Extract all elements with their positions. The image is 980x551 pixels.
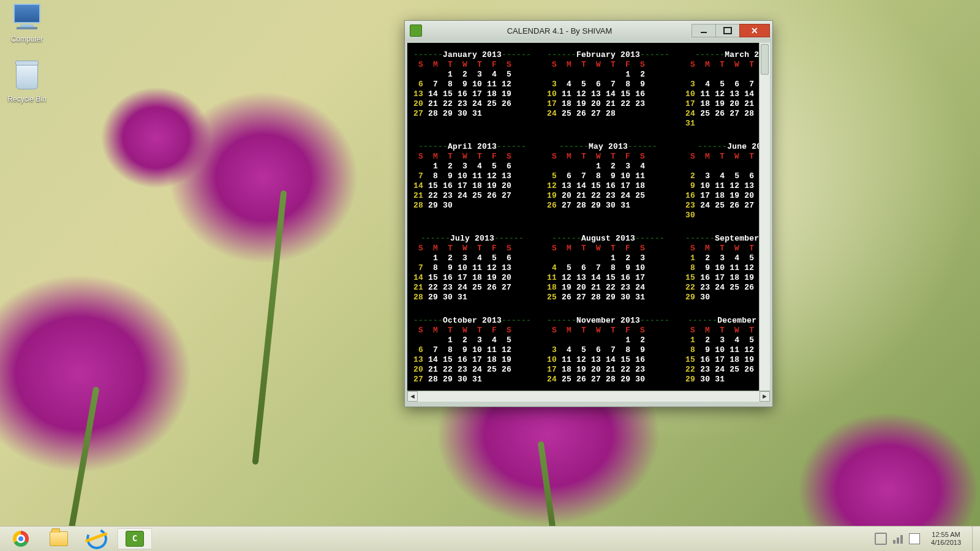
scroll-right-button[interactable]: ► bbox=[760, 391, 770, 402]
month-day-headers: S M T W T F S bbox=[547, 60, 669, 70]
desktop-icon-recycle-bin[interactable]: Recycle Bin bbox=[4, 61, 50, 103]
month-day-headers: S M T W T F S bbox=[413, 60, 531, 70]
month-block: ------June 2013------ S M T W T F S 1 2 … bbox=[685, 142, 770, 220]
taskbar-app-ie[interactable] bbox=[80, 528, 114, 549]
vertical-scrollbar[interactable] bbox=[759, 43, 770, 391]
desktop-icon-computer[interactable]: Computer bbox=[4, 4, 50, 43]
month-day-headers: S M T W T F S bbox=[413, 244, 531, 253]
window-titlebar[interactable]: CALENDAR 4.1 - By SHIVAM ✕ bbox=[405, 21, 772, 40]
month-block: ------April 2013------ S M T W T F S 1 2… bbox=[413, 142, 531, 220]
month-block: ------March 2013------ S M T W T F S 1 2… bbox=[685, 50, 770, 129]
month-day-headers: S M T W T F S bbox=[685, 152, 770, 162]
window-title: CALENDAR 4.1 - By SHIVAM bbox=[427, 26, 692, 36]
month-title: ------September 2013------ bbox=[685, 234, 770, 244]
explorer-icon bbox=[50, 531, 68, 546]
month-title: ------August 2013------ bbox=[547, 234, 669, 244]
month-block: ------January 2013------ S M T W T F S 1… bbox=[413, 50, 531, 129]
tray-updates-icon[interactable] bbox=[875, 533, 887, 545]
calendar-window: CALENDAR 4.1 - By SHIVAM ✕ ------January… bbox=[404, 20, 773, 407]
app-icon bbox=[410, 24, 422, 37]
desktop-icon-label: Recycle Bin bbox=[4, 95, 50, 103]
month-title: ------May 2013------ bbox=[547, 142, 669, 152]
month-day-headers: S M T W T F S bbox=[685, 244, 770, 253]
clock-time: 12:55 AM bbox=[931, 531, 961, 539]
month-day-headers: S M T W T F S bbox=[413, 326, 531, 335]
scroll-left-button[interactable]: ◄ bbox=[407, 391, 418, 402]
month-title: ------July 2013------ bbox=[413, 234, 531, 244]
month-day-headers: S M T W T F S bbox=[547, 326, 669, 335]
show-desktop-button[interactable] bbox=[972, 527, 978, 551]
month-block: ------October 2013------ S M T W T F S 1… bbox=[413, 316, 531, 384]
console-output[interactable]: ------January 2013------ S M T W T F S 1… bbox=[407, 43, 770, 391]
month-title: ------February 2013------ bbox=[547, 50, 669, 60]
month-title: ------October 2013------ bbox=[413, 316, 531, 326]
horizontal-scrollbar[interactable]: ◄ ► bbox=[407, 391, 770, 402]
tray-flag-icon[interactable] bbox=[909, 533, 920, 544]
chrome-icon bbox=[13, 531, 29, 547]
month-block: ------November 2013------ S M T W T F S … bbox=[547, 316, 669, 384]
month-title: ------November 2013------ bbox=[547, 316, 669, 326]
taskbar-app-calendar[interactable]: C bbox=[118, 528, 152, 549]
month-day-headers: S M T W T F S bbox=[547, 244, 669, 253]
taskbar-app-chrome[interactable] bbox=[4, 528, 38, 549]
tray-network-icon[interactable] bbox=[893, 534, 903, 544]
close-button[interactable]: ✕ bbox=[739, 24, 770, 37]
ie-icon bbox=[83, 525, 110, 551]
month-block: ------August 2013------ S M T W T F S 1 … bbox=[547, 234, 669, 302]
month-title: ------June 2013------ bbox=[685, 142, 770, 152]
month-day-headers: S M T W T F S bbox=[685, 326, 770, 335]
month-block: ------December 2013------ S M T W T F S … bbox=[685, 316, 770, 384]
computer-icon bbox=[12, 4, 42, 33]
desktop-icon-label: Computer bbox=[4, 35, 50, 43]
month-day-headers: S M T W T F S bbox=[685, 60, 770, 70]
minimize-button[interactable] bbox=[692, 24, 716, 37]
month-title: ------March 2013------ bbox=[685, 50, 770, 60]
month-title: ------April 2013------ bbox=[413, 142, 531, 152]
month-block: ------February 2013------ S M T W T F S … bbox=[547, 50, 669, 129]
month-block: ------July 2013------ S M T W T F S 1 2 … bbox=[413, 234, 531, 302]
maximize-button[interactable] bbox=[715, 24, 740, 37]
clock-date: 4/16/2013 bbox=[931, 539, 961, 547]
month-title: ------January 2013------ bbox=[413, 50, 531, 60]
month-day-headers: S M T W T F S bbox=[547, 152, 669, 162]
month-block: ------September 2013------ S M T W T F S… bbox=[685, 234, 770, 302]
month-day-headers: S M T W T F S bbox=[413, 152, 531, 162]
taskbar-app-explorer[interactable] bbox=[42, 528, 76, 549]
month-title: ------December 2013------ bbox=[685, 316, 770, 326]
month-block: ------May 2013------ S M T W T F S 1 2 3… bbox=[547, 142, 669, 220]
taskbar-clock[interactable]: 12:55 AM 4/16/2013 bbox=[926, 530, 966, 548]
calendar-icon: C bbox=[126, 531, 144, 547]
recycle-bin-icon bbox=[12, 64, 42, 93]
taskbar: C 12:55 AM 4/16/2013 bbox=[0, 526, 980, 551]
